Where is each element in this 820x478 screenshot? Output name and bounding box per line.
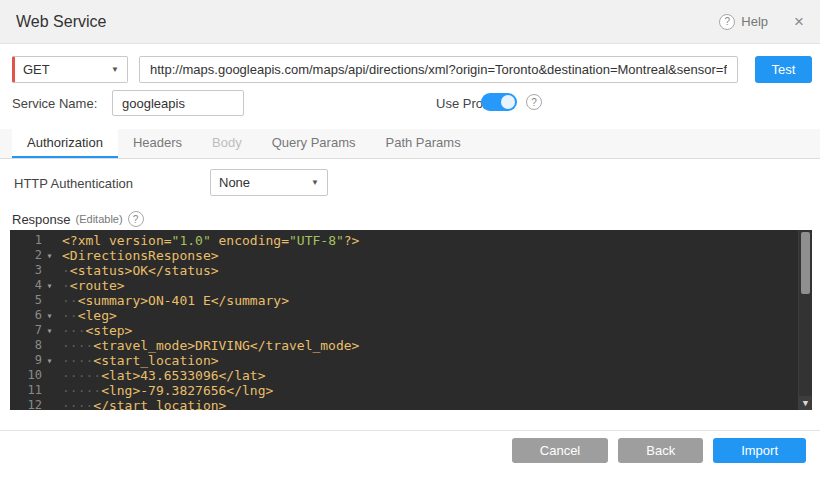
page-title: Web Service xyxy=(16,13,106,31)
response-editable-label: (Editable) xyxy=(76,213,123,225)
fold-spacer xyxy=(42,368,57,383)
line-number: 1 xyxy=(10,233,42,248)
code-line[interactable]: 4▾·<route> xyxy=(10,278,798,293)
line-number: 12 xyxy=(10,398,42,410)
tab-path-params[interactable]: Path Params xyxy=(370,129,475,158)
tab-headers[interactable]: Headers xyxy=(118,129,197,158)
footer: Cancel Back Import xyxy=(512,438,806,463)
line-number: 11 xyxy=(10,383,42,398)
code-text: ···<step> xyxy=(57,323,132,338)
tabs: AuthorizationHeadersBodyQuery ParamsPath… xyxy=(0,129,820,159)
service-name-label: Service Name: xyxy=(12,96,97,111)
fold-arrow-icon[interactable]: ▾ xyxy=(42,308,57,323)
code-text: ····</start_location> xyxy=(57,398,226,410)
method-select-value: GET xyxy=(23,62,50,77)
tab-body: Body xyxy=(197,129,257,158)
code-text: ·<route> xyxy=(57,278,125,293)
fold-arrow-icon[interactable]: ▾ xyxy=(42,278,57,293)
code-line[interactable]: 6▾··<leg> xyxy=(10,308,798,323)
fold-spacer xyxy=(42,383,57,398)
service-name-input[interactable] xyxy=(112,90,244,116)
back-button[interactable]: Back xyxy=(618,438,703,463)
chevron-down-icon: ▼ xyxy=(311,178,319,187)
close-icon[interactable]: × xyxy=(794,13,804,30)
line-number: 6 xyxy=(10,308,42,323)
chevron-down-icon: ▼ xyxy=(111,65,119,74)
help-icon[interactable]: ? xyxy=(719,14,735,30)
code-line[interactable]: 9▾····<start_location> xyxy=(10,353,798,368)
cancel-button[interactable]: Cancel xyxy=(512,438,608,463)
proxy-help-icon[interactable]: ? xyxy=(526,94,542,110)
line-number: 2 xyxy=(10,248,42,263)
http-authentication-label: HTTP Authentication xyxy=(14,176,133,191)
fold-spacer xyxy=(42,398,57,410)
code-line[interactable]: 7▾···<step> xyxy=(10,323,798,338)
code-text: ····<start_location> xyxy=(57,353,219,368)
code-line[interactable]: 5··<summary>ON-401 E</summary> xyxy=(10,293,798,308)
line-number: 3 xyxy=(10,263,42,278)
test-button[interactable]: Test xyxy=(755,56,812,83)
code-line[interactable]: 3·<status>OK</status> xyxy=(10,263,798,278)
url-input[interactable] xyxy=(139,56,738,83)
method-select[interactable]: GET ▼ xyxy=(12,56,128,83)
code-text: ··<leg> xyxy=(57,308,117,323)
code-line[interactable]: 11·····<lng>-79.3827656</lng> xyxy=(10,383,798,398)
line-number: 4 xyxy=(10,278,42,293)
code-line[interactable]: 1<?xml version="1.0" encoding="UTF-8"?> xyxy=(10,233,798,248)
scroll-down-button[interactable]: ▼ xyxy=(799,396,812,410)
response-label-row: Response (Editable) ? xyxy=(12,211,144,227)
footer-divider xyxy=(0,430,820,431)
code-line[interactable]: 8····<travel_mode>DRIVING</travel_mode> xyxy=(10,338,798,353)
http-authentication-value: None xyxy=(219,175,250,190)
fold-spacer xyxy=(42,293,57,308)
fold-spacer xyxy=(42,263,57,278)
fold-spacer xyxy=(42,338,57,353)
fold-spacer xyxy=(42,233,57,248)
code-line[interactable]: 10·····<lat>43.6533096</lat> xyxy=(10,368,798,383)
line-number: 7 xyxy=(10,323,42,338)
code-text: ····<travel_mode>DRIVING</travel_mode> xyxy=(57,338,359,353)
fold-arrow-icon[interactable]: ▾ xyxy=(42,323,57,338)
tab-authorization[interactable]: Authorization xyxy=(12,129,118,158)
response-help-icon[interactable]: ? xyxy=(128,211,144,227)
fold-arrow-icon[interactable]: ▾ xyxy=(42,353,57,368)
editor-scrollbar[interactable]: ▼ xyxy=(798,230,812,410)
response-editor[interactable]: 1<?xml version="1.0" encoding="UTF-8"?>2… xyxy=(10,230,812,410)
code-text: ··<summary>ON-401 E</summary> xyxy=(57,293,289,308)
line-number: 10 xyxy=(10,368,42,383)
line-number: 5 xyxy=(10,293,42,308)
code-text: <DirectionsResponse> xyxy=(57,248,219,263)
scrollbar-thumb[interactable] xyxy=(801,232,810,294)
toggle-knob xyxy=(501,95,515,109)
code-text: ·····<lng>-79.3827656</lng> xyxy=(57,383,273,398)
import-button[interactable]: Import xyxy=(713,438,806,463)
tab-query-params[interactable]: Query Params xyxy=(257,129,371,158)
line-number: 9 xyxy=(10,353,42,368)
response-label: Response xyxy=(12,212,71,227)
http-authentication-select[interactable]: None ▼ xyxy=(210,169,328,196)
code-line[interactable]: 2▾<DirectionsResponse> xyxy=(10,248,798,263)
editor-lines: 1<?xml version="1.0" encoding="UTF-8"?>2… xyxy=(10,233,798,410)
dialog-header: Web Service ? Help × xyxy=(0,0,820,44)
code-text: <?xml version="1.0" encoding="UTF-8"?> xyxy=(57,233,359,248)
code-text: ·····<lat>43.6533096</lat> xyxy=(57,368,266,383)
help-label[interactable]: Help xyxy=(741,14,768,29)
fold-arrow-icon[interactable]: ▾ xyxy=(42,248,57,263)
code-line[interactable]: 12····</start_location> xyxy=(10,398,798,410)
line-number: 8 xyxy=(10,338,42,353)
code-text: ·<status>OK</status> xyxy=(57,263,219,278)
use-proxy-toggle[interactable] xyxy=(481,93,517,111)
